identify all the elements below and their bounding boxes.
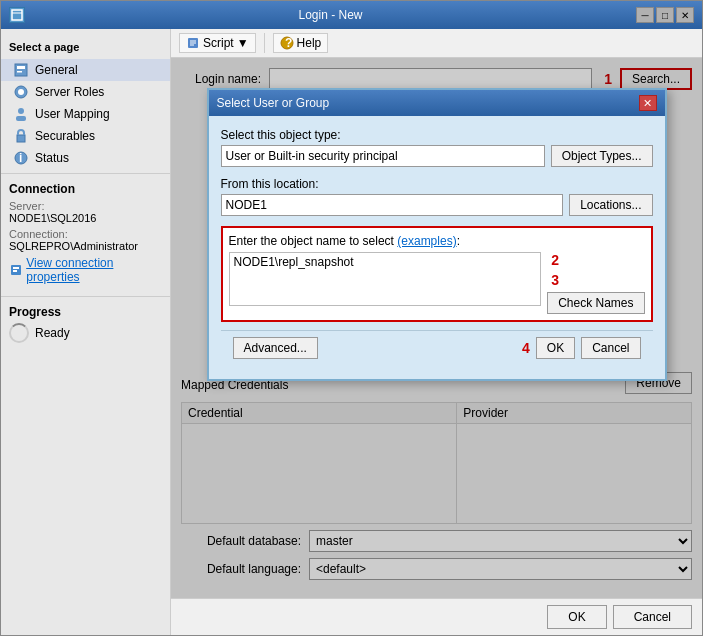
object-name-label: Enter the object name to select (example… — [229, 234, 645, 248]
object-name-textarea-wrap — [229, 252, 542, 306]
sidebar-item-user-mapping-label: User Mapping — [35, 107, 110, 121]
select-user-modal: Select User or Group ✕ Select this objec… — [207, 88, 667, 381]
svg-rect-14 — [13, 270, 17, 272]
cancel-button[interactable]: Cancel — [613, 605, 692, 629]
svg-rect-13 — [13, 267, 19, 269]
location-row: Locations... — [221, 194, 653, 216]
object-types-button[interactable]: Object Types... — [551, 145, 653, 167]
connection-label: Connection: — [9, 228, 162, 240]
location-label: From this location: — [221, 177, 653, 191]
location-input[interactable] — [221, 194, 564, 216]
script-icon — [186, 36, 200, 50]
server-label: Server: — [9, 200, 162, 212]
location-section: From this location: Locations... — [221, 177, 653, 216]
advanced-button[interactable]: Advanced... — [233, 337, 318, 359]
server-value: NODE1\SQL2016 — [9, 212, 162, 224]
svg-rect-4 — [17, 71, 22, 73]
content-area: Login name: 1 Search... Windows authenti… — [171, 58, 702, 598]
modal-title: Select User or Group — [217, 96, 330, 110]
object-name-input-row: 2 3 Check Names — [229, 252, 645, 314]
progress-status: Ready — [35, 326, 70, 340]
help-icon: ? — [280, 36, 294, 50]
window-icon — [9, 7, 25, 23]
modal-overlay: Select User or Group ✕ Select this objec… — [171, 58, 702, 598]
sidebar-item-securables-label: Securables — [35, 129, 95, 143]
object-name-section: Enter the object name to select (example… — [221, 226, 653, 322]
script-button[interactable]: Script ▼ — [179, 33, 256, 53]
securables-icon — [13, 128, 29, 144]
svg-rect-0 — [12, 10, 22, 20]
toolbar-separator — [264, 33, 265, 53]
progress-heading: Progress — [9, 305, 162, 319]
object-type-row: Object Types... — [221, 145, 653, 167]
svg-text:i: i — [19, 151, 22, 165]
modal-footer: Advanced... 4 OK Cancel — [221, 330, 653, 367]
locations-button[interactable]: Locations... — [569, 194, 652, 216]
badge-2: 2 — [551, 252, 559, 268]
modal-body: Select this object type: Object Types...… — [209, 116, 665, 379]
sidebar-item-status[interactable]: i Status — [1, 147, 170, 169]
modal-title-bar: Select User or Group ✕ — [209, 90, 665, 116]
modal-footer-right: OK Cancel — [536, 337, 641, 359]
window-title: Login - New — [25, 8, 636, 22]
status-icon: i — [13, 150, 29, 166]
title-bar-left — [9, 7, 25, 23]
progress-section: Progress Ready — [1, 296, 170, 351]
sidebar-item-status-label: Status — [35, 151, 69, 165]
badge-4: 4 — [522, 340, 530, 356]
svg-rect-2 — [15, 64, 27, 76]
examples-link[interactable]: (examples) — [397, 234, 456, 248]
sidebar-item-server-roles[interactable]: Server Roles — [1, 81, 170, 103]
connection-value: SQLREPRO\Administrator — [9, 240, 162, 252]
modal-ok-button[interactable]: OK — [536, 337, 575, 359]
close-button[interactable]: ✕ — [676, 7, 694, 23]
window-controls: ─ □ ✕ — [636, 7, 694, 23]
general-icon — [13, 62, 29, 78]
object-type-label: Select this object type: — [221, 128, 653, 142]
sidebar-item-securables[interactable]: Securables — [1, 125, 170, 147]
object-name-textarea[interactable] — [230, 253, 541, 305]
title-bar: Login - New ─ □ ✕ — [1, 1, 702, 29]
progress-spinner — [9, 323, 29, 343]
toolbar: Script ▼ ? Help — [171, 29, 702, 58]
sidebar-item-user-mapping[interactable]: User Mapping — [1, 103, 170, 125]
sidebar: Select a page General Server Roles User … — [1, 29, 171, 635]
connection-heading: Connection — [9, 182, 162, 196]
connection-section: Connection Server: NODE1\SQL2016 Connect… — [1, 173, 170, 292]
server-roles-icon — [13, 84, 29, 100]
link-icon — [9, 263, 22, 277]
svg-text:?: ? — [285, 36, 292, 50]
ok-button[interactable]: OK — [547, 605, 606, 629]
progress-row: Ready — [9, 323, 162, 343]
svg-rect-3 — [17, 66, 25, 69]
right-panel: Script ▼ ? Help Login name: 1 Search... — [171, 29, 702, 635]
main-window: Login - New ─ □ ✕ Select a page General … — [0, 0, 703, 636]
maximize-button[interactable]: □ — [656, 7, 674, 23]
modal-close-button[interactable]: ✕ — [639, 95, 657, 111]
object-type-input[interactable] — [221, 145, 545, 167]
sidebar-heading: Select a page — [1, 37, 170, 59]
svg-rect-9 — [17, 135, 25, 142]
svg-point-7 — [18, 108, 24, 114]
sidebar-item-general-label: General — [35, 63, 78, 77]
help-button[interactable]: ? Help — [273, 33, 329, 53]
bottom-bar: OK Cancel — [171, 598, 702, 635]
modal-footer-left: Advanced... — [233, 337, 318, 359]
minimize-button[interactable]: ─ — [636, 7, 654, 23]
sidebar-item-general[interactable]: General — [1, 59, 170, 81]
object-type-section: Select this object type: Object Types... — [221, 128, 653, 167]
main-content: Select a page General Server Roles User … — [1, 29, 702, 635]
svg-rect-8 — [16, 116, 26, 121]
badge-3: 3 — [551, 272, 559, 288]
sidebar-item-server-roles-label: Server Roles — [35, 85, 104, 99]
view-connection-link[interactable]: View connection properties — [9, 256, 162, 284]
check-names-button[interactable]: Check Names — [547, 292, 644, 314]
user-mapping-icon — [13, 106, 29, 122]
modal-cancel-button[interactable]: Cancel — [581, 337, 640, 359]
svg-point-6 — [18, 89, 24, 95]
